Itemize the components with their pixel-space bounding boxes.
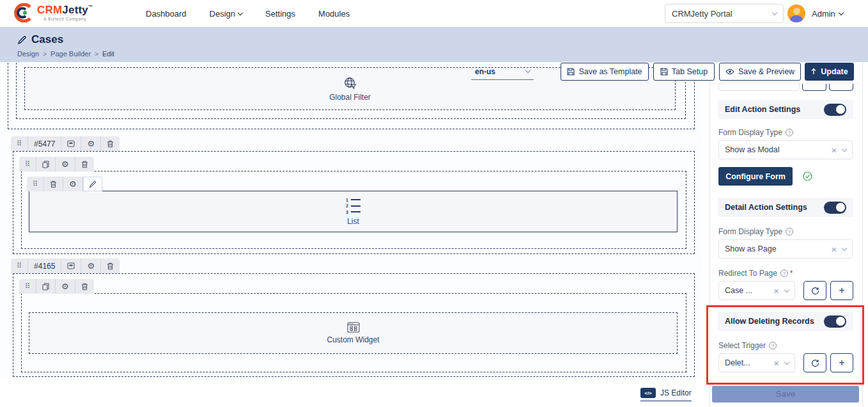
edit-action-settings-row: Edit Action Settings	[718, 100, 853, 119]
list-widget[interactable]: 1 2 3 List	[29, 191, 678, 232]
add-button[interactable]	[829, 84, 853, 91]
chevron-down-icon	[772, 10, 777, 15]
add-button[interactable]: +	[830, 353, 853, 372]
clear-icon[interactable]: ×	[773, 286, 779, 296]
js-editor-button[interactable]: </> JS Editor	[640, 388, 692, 401]
drag-handle-icon[interactable]: ⠿	[11, 136, 28, 151]
widget-toolbar: ⠿ ⚙	[27, 177, 102, 191]
nav-item-design[interactable]: Design	[210, 9, 242, 19]
save-button-disabled[interactable]: Save	[712, 386, 859, 403]
chevron-down-icon	[525, 68, 531, 73]
form-display-type-select-detail[interactable]: Show as Page ×	[718, 239, 853, 259]
language-select[interactable]: en-us	[471, 63, 534, 80]
gear-icon[interactable]: ⚙	[56, 279, 75, 294]
chevron-down-icon	[842, 146, 847, 151]
trash-icon[interactable]	[75, 157, 94, 172]
portal-select[interactable]: CRMJetty Portal	[665, 4, 784, 23]
copy-icon[interactable]	[36, 157, 56, 172]
refresh-button[interactable]	[803, 281, 826, 300]
edit-pencil-icon[interactable]	[83, 177, 102, 191]
select-trigger-select[interactable]: Delet... ×	[718, 353, 795, 372]
main-nav: Dashboard Design Settings Modules	[146, 0, 350, 27]
crmjetty-logo-icon	[14, 3, 33, 22]
save-as-template-button[interactable]: Save as Template	[561, 63, 649, 81]
allow-deleting-records-toggle[interactable]	[824, 315, 846, 328]
add-button[interactable]: +	[830, 281, 853, 300]
crmjetty-logo[interactable]: CRMJetty™ A Biztech Company	[14, 3, 93, 22]
chevron-down-icon	[842, 245, 847, 250]
refresh-button[interactable]	[803, 353, 826, 372]
trash-icon[interactable]	[101, 259, 120, 273]
breadcrumb-page-builder[interactable]: Page Builder	[50, 50, 91, 58]
trash-icon[interactable]	[44, 177, 63, 191]
edit-pencil-icon[interactable]	[17, 35, 27, 45]
nav-item-dashboard[interactable]: Dashboard	[146, 9, 187, 19]
row-toolbar: ⠿ ⚙	[19, 157, 94, 172]
user-avatar[interactable]	[787, 4, 805, 22]
refresh-button[interactable]	[802, 84, 826, 91]
configure-form-button[interactable]: Configure Form	[718, 167, 793, 186]
help-icon[interactable]: ?	[786, 228, 793, 235]
help-icon[interactable]: ?	[786, 129, 793, 136]
trash-icon[interactable]	[101, 136, 120, 151]
chevron-down-icon	[238, 10, 243, 15]
chevron-down-icon	[839, 10, 844, 15]
row-toolbar: ⠿ ⚙	[19, 279, 94, 294]
code-icon: </>	[640, 388, 656, 398]
allow-deleting-records-row: Allow Deleting Records	[718, 312, 853, 331]
breadcrumb-design[interactable]: Design	[17, 50, 39, 58]
detail-action-settings-toggle[interactable]	[824, 202, 846, 214]
custom-widget[interactable]: Custom Widget	[29, 312, 678, 354]
update-button[interactable]: Update	[805, 63, 854, 81]
section-toolbar: ⠿ #4165 ⚙	[11, 259, 120, 273]
custom-widget-icon	[347, 322, 360, 333]
breadcrumb-edit: Edit	[102, 50, 114, 58]
page-header: Cases Design > Page Builder > Edit en-us…	[0, 27, 868, 62]
eye-icon	[725, 68, 734, 75]
save-and-preview-button[interactable]: Save & Preview	[719, 63, 801, 81]
save-section-icon[interactable]	[61, 136, 81, 151]
top-navbar: CRMJetty™ A Biztech Company Dashboard De…	[0, 0, 868, 27]
clear-icon[interactable]: ×	[831, 145, 837, 155]
gear-icon[interactable]: ⚙	[81, 136, 101, 151]
text-input[interactable]	[718, 84, 800, 91]
gear-icon[interactable]: ⚙	[63, 177, 83, 191]
brand-tagline: A Biztech Company	[43, 17, 86, 22]
copy-icon[interactable]	[36, 279, 56, 294]
redirect-to-page-select[interactable]: Case ... ×	[718, 281, 795, 300]
redirect-to-page-label: Redirect To Page ? *	[718, 269, 793, 278]
list-widget-label: List	[347, 217, 359, 226]
widget-settings-panel: List Edit Action Settings Form Display T…	[709, 62, 860, 407]
list-icon: 1 2 3	[346, 198, 360, 214]
chevron-down-icon	[784, 359, 789, 364]
nav-item-settings[interactable]: Settings	[265, 9, 295, 19]
save-icon	[660, 68, 668, 76]
section-toolbar: ⠿ #5477 ⚙	[11, 136, 120, 151]
user-menu[interactable]: Admin	[812, 0, 843, 27]
tab-setup-button[interactable]: Tab Setup	[653, 63, 715, 81]
gear-icon[interactable]: ⚙	[56, 157, 75, 172]
refresh-icon	[811, 287, 819, 295]
form-display-type-label: Form Display Type ?	[718, 227, 793, 236]
edit-action-settings-toggle[interactable]	[824, 104, 846, 116]
help-icon[interactable]: ?	[769, 342, 777, 349]
nav-item-modules[interactable]: Modules	[318, 9, 350, 19]
drag-handle-icon[interactable]: ⠿	[19, 279, 36, 294]
drag-handle-icon[interactable]: ⠿	[19, 157, 36, 172]
help-icon[interactable]: ?	[780, 269, 788, 277]
trademark: ™	[88, 4, 93, 9]
gear-icon[interactable]: ⚙	[81, 259, 101, 273]
form-display-type-select[interactable]: Show as Modal ×	[718, 140, 853, 159]
chevron-down-icon	[784, 287, 789, 292]
select-trigger-label: Select Trigger ?	[718, 341, 777, 350]
drag-handle-icon[interactable]: ⠿	[27, 177, 44, 191]
section-id: #4165	[28, 259, 61, 273]
drag-handle-icon[interactable]: ⠿	[11, 259, 28, 273]
save-section-icon[interactable]	[61, 259, 81, 273]
clear-icon[interactable]: ×	[773, 358, 779, 368]
section-id: #5477	[28, 136, 61, 151]
global-filter-icon	[343, 76, 357, 90]
detail-action-settings-row: Detail Action Settings	[718, 198, 853, 217]
trash-icon[interactable]	[75, 279, 94, 294]
clear-icon[interactable]: ×	[831, 244, 837, 254]
